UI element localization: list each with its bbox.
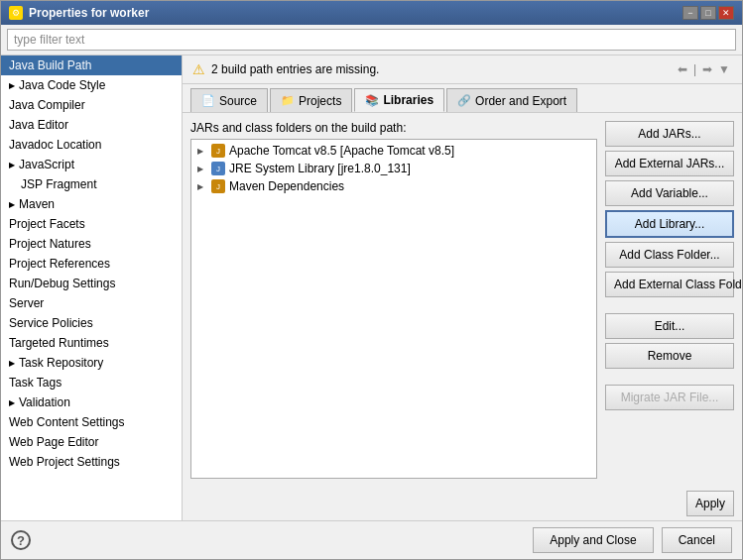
maximize-button[interactable]: □ (700, 6, 716, 20)
nav-item-targeted-runtimes[interactable]: Targeted Runtimes (1, 333, 182, 353)
warning-text: 2 build path entries are missing. (211, 62, 379, 76)
tree-item-jre[interactable]: ▶ J JRE System Library [jre1.8.0_131] (193, 160, 594, 177)
nav-item-maven[interactable]: Maven (1, 194, 182, 214)
add-class-folder-button[interactable]: Add Class Folder... (605, 242, 734, 268)
edit-button[interactable]: Edit... (605, 313, 734, 339)
nav-forward-button[interactable]: ➡ (700, 62, 714, 76)
remove-button[interactable]: Remove (605, 343, 734, 369)
tab-bar: 📄 Source 📁 Projects 📚 Libraries 🔗 Order … (183, 84, 742, 113)
nav-item-project-references[interactable]: Project References (1, 254, 182, 274)
nav-item-server[interactable]: Server (1, 293, 182, 313)
add-variable-button[interactable]: Add Variable... (605, 180, 734, 206)
section-label: JARs and class folders on the build path… (190, 121, 597, 135)
panel-content: JARs and class folders on the build path… (183, 113, 742, 487)
nav-label: Project Natures (9, 237, 91, 251)
nav-item-task-tags[interactable]: Task Tags (1, 373, 182, 392)
add-external-class-folder-button[interactable]: Add External Class Folder... (605, 272, 734, 297)
nav-item-service-policies[interactable]: Service Policies (1, 313, 182, 333)
add-jars-button[interactable]: Add JARs... (605, 121, 734, 147)
nav-label: Service Policies (9, 316, 93, 330)
nav-item-project-natures[interactable]: Project Natures (1, 234, 182, 254)
nav-label: Java Compiler (9, 98, 85, 112)
tree-item-label: JRE System Library [jre1.8.0_131] (229, 162, 411, 175)
nav-dropdown-button[interactable]: ▼ (716, 62, 732, 76)
nav-item-java-compiler[interactable]: Java Compiler (1, 95, 182, 115)
nav-item-java-editor[interactable]: Java Editor (1, 115, 182, 135)
nav-item-javascript[interactable]: JavaScript (1, 155, 182, 174)
right-section: ⚠ 2 build path entries are missing. ⬅ | … (183, 56, 742, 520)
filter-input[interactable] (7, 29, 736, 51)
nav-item-web-project-settings[interactable]: Web Project Settings (1, 452, 182, 472)
jar-icon: J (211, 179, 225, 193)
expand-icon: ▶ (197, 165, 207, 173)
jar-icon: J (211, 144, 225, 158)
dialog-title: Properties for worker (29, 6, 149, 20)
nav-label: Java Editor (9, 118, 68, 132)
tab-projects-label: Projects (299, 94, 341, 108)
nav-label: Project References (9, 257, 110, 271)
tab-libraries-label: Libraries (383, 93, 433, 107)
nav-label: Javadoc Location (9, 138, 101, 152)
tree-item-tomcat[interactable]: ▶ J Apache Tomcat v8.5 [Apache Tomcat v8… (193, 142, 594, 160)
nav-label: Server (9, 296, 44, 310)
tab-source[interactable]: 📄 Source (190, 88, 268, 112)
migrate-jar-button[interactable]: Migrate JAR File... (605, 385, 734, 410)
tree-item-label: Maven Dependencies (229, 179, 344, 193)
nav-item-java-code-style[interactable]: Java Code Style (1, 75, 182, 95)
minimize-button[interactable]: − (682, 6, 698, 20)
order-export-tab-icon: 🔗 (457, 94, 471, 107)
close-button[interactable]: ✕ (718, 6, 734, 20)
nav-item-project-facets[interactable]: Project Facets (1, 214, 182, 234)
projects-tab-icon: 📁 (281, 94, 295, 107)
nav-label: Web Content Settings (9, 415, 125, 429)
nav-label: Task Repository (19, 356, 103, 370)
nav-item-jsp-fragment[interactable]: JSP Fragment (1, 174, 182, 194)
help-button[interactable]: ? (11, 530, 31, 550)
title-buttons: − □ ✕ (682, 6, 734, 20)
apply-close-button[interactable]: Apply and Close (533, 527, 653, 553)
nav-item-run-debug-settings[interactable]: Run/Debug Settings (1, 274, 182, 293)
nav-item-web-content-settings[interactable]: Web Content Settings (1, 412, 182, 432)
nav-item-javadoc-location[interactable]: Javadoc Location (1, 135, 182, 155)
tree-item-maven[interactable]: ▶ J Maven Dependencies (193, 177, 594, 195)
buttons-panel: Add JARs... Add External JARs... Add Var… (605, 121, 734, 479)
nav-label: Maven (19, 197, 55, 211)
add-library-button[interactable]: Add Library... (605, 210, 734, 238)
nav-item-task-repository[interactable]: Task Repository (1, 353, 182, 373)
tab-projects[interactable]: 📁 Projects (270, 88, 352, 112)
nav-arrows: ⬅ | ➡ ▼ (676, 62, 732, 76)
expand-icon: ▶ (197, 182, 207, 191)
libraries-tree[interactable]: ▶ J Apache Tomcat v8.5 [Apache Tomcat v8… (190, 139, 597, 479)
dialog-window: ⚙ Properties for worker − □ ✕ Java Build… (0, 0, 743, 560)
nav-item-validation[interactable]: Validation (1, 392, 182, 412)
nav-label: JSP Fragment (21, 177, 96, 191)
apply-row: Apply (183, 487, 742, 520)
filter-bar (1, 25, 742, 56)
nav-item-web-page-editor[interactable]: Web Page Editor (1, 432, 182, 452)
dialog-icon: ⚙ (9, 6, 23, 20)
tab-libraries[interactable]: 📚 Libraries (354, 88, 444, 112)
nav-item-java-build-path[interactable]: Java Build Path (1, 56, 182, 75)
left-panel: Java Build Path Java Code Style Java Com… (1, 56, 183, 520)
sys-icon: J (211, 162, 225, 175)
nav-label: Web Page Editor (9, 435, 99, 449)
nav-separator: | (691, 62, 698, 76)
nav-back-button[interactable]: ⬅ (676, 62, 689, 76)
nav-label: Web Project Settings (9, 455, 120, 469)
nav-label: Targeted Runtimes (9, 336, 109, 350)
content-area: Java Build Path Java Code Style Java Com… (1, 25, 742, 520)
apply-button[interactable]: Apply (686, 491, 734, 516)
bottom-bar: ? Apply and Close Cancel (1, 520, 742, 559)
cancel-button[interactable]: Cancel (662, 527, 732, 553)
libraries-tab-icon: 📚 (365, 94, 379, 107)
title-bar: ⚙ Properties for worker − □ ✕ (1, 1, 742, 25)
nav-label: Java Code Style (19, 78, 105, 92)
nav-label: JavaScript (19, 158, 74, 171)
tab-order-export-label: Order and Export (475, 94, 566, 108)
main-split: Java Build Path Java Code Style Java Com… (1, 56, 742, 520)
dialog-buttons: Apply and Close Cancel (533, 527, 732, 553)
source-tab-icon: 📄 (201, 94, 215, 107)
nav-label: Run/Debug Settings (9, 277, 115, 290)
add-external-jars-button[interactable]: Add External JARs... (605, 151, 734, 176)
tab-order-export[interactable]: 🔗 Order and Export (446, 88, 577, 112)
